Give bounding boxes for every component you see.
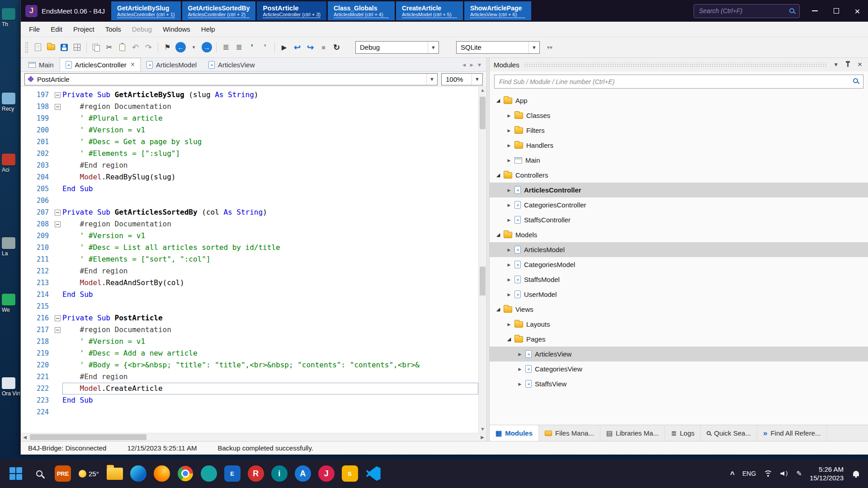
- vertical-scrollbar[interactable]: ▲ ▼: [478, 87, 486, 433]
- breakpoint-margin[interactable]: [21, 113, 30, 124]
- fold-margin[interactable]: [52, 218, 62, 230]
- zoom-select[interactable]: 100% ▼: [441, 73, 483, 85]
- code-line[interactable]: 198 #region Documentation: [21, 101, 478, 113]
- fold-margin[interactable]: [52, 394, 62, 406]
- breakpoint-margin[interactable]: [21, 336, 30, 347]
- desktop-icon[interactable]: Th: [2, 8, 20, 28]
- save-button[interactable]: [58, 41, 70, 53]
- desktop-icon[interactable]: Recy: [2, 93, 20, 112]
- cut-button[interactable]: ✂: [103, 41, 115, 53]
- collapse-icon[interactable]: [55, 210, 61, 216]
- fold-margin[interactable]: [52, 171, 62, 183]
- fold-margin[interactable]: [52, 136, 62, 148]
- code-line[interactable]: 218 ' #Version = v1: [21, 336, 478, 347]
- open-project-button[interactable]: [45, 41, 57, 53]
- fold-margin[interactable]: [52, 347, 62, 359]
- code-line[interactable]: 212 #End region: [21, 265, 478, 277]
- undo-button[interactable]: ↶: [129, 41, 142, 53]
- b4j-app[interactable]: J: [316, 463, 337, 484]
- fold-margin[interactable]: [52, 148, 62, 160]
- toolbar-overflow-icon[interactable]: ▾▾: [547, 44, 552, 51]
- code-editor[interactable]: 197Private Sub GetArticleBySlug (slug As…: [21, 87, 478, 433]
- scroll-down-icon[interactable]: ▼: [479, 426, 486, 433]
- tree-item-articlesmodel[interactable]: ▶ArticlesModel: [490, 242, 868, 257]
- breakpoint-margin[interactable]: [21, 136, 30, 148]
- redo-button[interactable]: ↷: [142, 41, 155, 53]
- tree-item-filters[interactable]: ▶Filters: [490, 123, 868, 138]
- breakpoint-margin[interactable]: [21, 148, 30, 160]
- fold-margin[interactable]: [52, 277, 62, 289]
- code-line[interactable]: 215: [21, 300, 478, 312]
- bookmark-button[interactable]: ⚑: [161, 41, 174, 53]
- editor-tab-articlescontroller[interactable]: ArticlesController×: [60, 58, 141, 71]
- breakpoint-margin[interactable]: [21, 324, 30, 336]
- collapse-arrow-icon[interactable]: ◢: [494, 306, 502, 312]
- fold-margin[interactable]: [52, 89, 62, 101]
- panel-tab-logs[interactable]: ≣Logs: [665, 425, 701, 441]
- fold-margin[interactable]: [52, 383, 62, 394]
- panel-tab-files[interactable]: Files Mana...: [539, 425, 600, 441]
- collapse-arrow-icon[interactable]: ◢: [494, 172, 502, 178]
- breakpoint-margin[interactable]: [21, 300, 30, 312]
- fold-margin[interactable]: [52, 206, 62, 218]
- desktop-icon[interactable]: We: [2, 294, 20, 313]
- expand-arrow-icon[interactable]: ▶: [505, 143, 513, 148]
- expand-arrow-icon[interactable]: ▶: [516, 382, 524, 386]
- wifi-icon[interactable]: [764, 470, 773, 477]
- tree-item-pages[interactable]: ◢Pages: [490, 332, 868, 347]
- menu-tools[interactable]: Tools: [100, 22, 127, 37]
- code-line[interactable]: 207Private Sub GetArticlesSortedBy (col …: [21, 206, 478, 218]
- tree-item-staffsview[interactable]: ▶StaffsView: [490, 376, 868, 391]
- indent-button[interactable]: ≣: [233, 41, 245, 53]
- code-line[interactable]: 211 ' #Elements = ["sort", ":col"]: [21, 253, 478, 265]
- collapse-icon[interactable]: [55, 315, 61, 321]
- tree-item-main[interactable]: ▶Main: [490, 153, 868, 168]
- scrollbar-thumb[interactable]: [480, 97, 486, 129]
- sub-selector-dropdown[interactable]: PostArticle ▼: [24, 73, 438, 85]
- export-button[interactable]: [71, 41, 83, 53]
- panel-tab-modules[interactable]: ▦Modules: [490, 425, 539, 441]
- code-line[interactable]: 200 ' #Version = v1: [21, 124, 478, 136]
- breakpoint-margin[interactable]: [21, 218, 30, 230]
- expand-arrow-icon[interactable]: ▶: [505, 277, 513, 282]
- fold-margin[interactable]: [52, 324, 62, 336]
- breakpoint-margin[interactable]: [21, 359, 30, 371]
- expand-arrow-icon[interactable]: ▶: [505, 128, 513, 133]
- quick-tab-class_globals[interactable]: Class_GlobalsArticlesModel (ctrl + 4): [328, 1, 395, 20]
- quick-tab-postarticle[interactable]: PostArticleArticlesController (ctrl + 3): [257, 1, 326, 20]
- navigate-forward-button[interactable]: →: [201, 41, 213, 53]
- breakpoint-margin[interactable]: [21, 289, 30, 300]
- tab-scroll-right-icon[interactable]: ▸: [470, 61, 473, 68]
- quick-tab-showarticlepage[interactable]: ShowArticlePageArticlesView (ctrl + 6): [464, 1, 531, 20]
- code-line[interactable]: 197Private Sub GetArticleBySlug (slug As…: [21, 89, 478, 101]
- language-indicator[interactable]: ENG: [742, 470, 756, 477]
- pen-icon[interactable]: ✎: [796, 469, 802, 478]
- minimize-button[interactable]: [804, 0, 826, 22]
- expand-arrow-icon[interactable]: ▶: [505, 248, 513, 252]
- collapse-arrow-icon[interactable]: ◢: [494, 98, 502, 103]
- expand-arrow-icon[interactable]: ▶: [516, 352, 524, 357]
- collapse-icon[interactable]: [55, 327, 61, 333]
- copy-button[interactable]: [90, 41, 102, 53]
- r-app[interactable]: R: [245, 463, 266, 484]
- breakpoint-margin[interactable]: [21, 406, 30, 418]
- fold-margin[interactable]: [52, 371, 62, 383]
- expand-arrow-icon[interactable]: ▶: [505, 203, 513, 207]
- collapse-arrow-icon[interactable]: ◢: [494, 232, 502, 238]
- breakpoint-margin[interactable]: [21, 347, 30, 359]
- tree-item-models[interactable]: ◢Models: [490, 227, 868, 242]
- expand-arrow-icon[interactable]: ▶: [505, 263, 513, 267]
- stop-button[interactable]: ■: [317, 41, 330, 53]
- breakpoint-margin[interactable]: [21, 253, 30, 265]
- quick-tab-createarticle[interactable]: CreateArticleArticlesModel (ctrl + 5): [396, 1, 463, 20]
- menu-edit[interactable]: Edit: [45, 22, 68, 37]
- desktop-icon[interactable]: Aci: [2, 154, 20, 173]
- code-line[interactable]: 220 ' #Body = {<br>&nbsp; "title": "titl…: [21, 359, 478, 371]
- paste-button[interactable]: [116, 41, 128, 53]
- tree-item-usermodel[interactable]: ▶UserModel: [490, 287, 868, 302]
- clock[interactable]: 5:26 AM 15/12/2023: [810, 465, 844, 483]
- code-line[interactable]: 213 Model.ReadAndSortBy(col): [21, 277, 478, 289]
- code-line[interactable]: 202 ' #Elements = [":slug"]: [21, 148, 478, 160]
- menu-file[interactable]: File: [24, 22, 45, 37]
- quick-tab-getarticlebyslug[interactable]: GetArticleBySlugArticlesController (ctrl…: [111, 1, 180, 20]
